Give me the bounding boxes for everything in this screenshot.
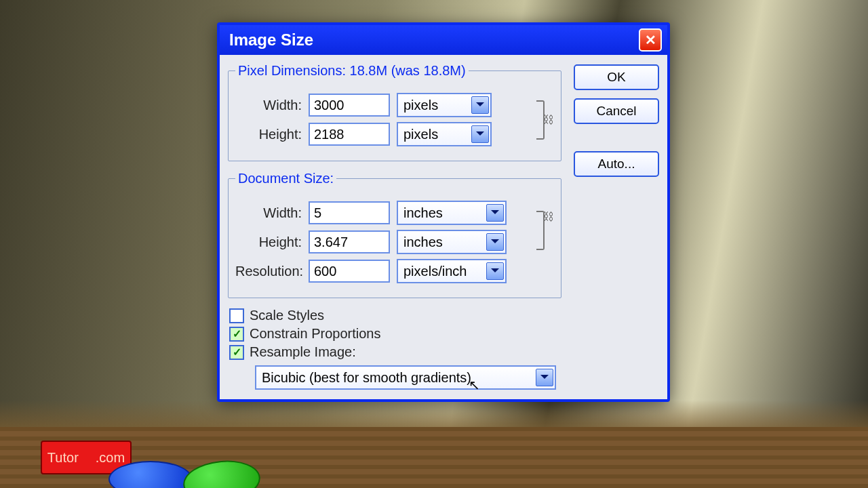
ok-button[interactable]: OK — [574, 64, 659, 90]
scale-styles-check[interactable]: Scale Styles — [229, 308, 561, 323]
px-width-label: Width: — [235, 98, 302, 113]
px-height-unit-combo[interactable]: pixels — [397, 122, 492, 146]
px-link: ⛓ — [536, 88, 554, 151]
checkbox-box — [229, 308, 244, 323]
image-size-dialog: Image Size ✕ Pixel Dimensions: 18.8M (wa… — [217, 22, 670, 402]
constrain-label: Constrain Proportions — [250, 326, 380, 342]
chain-icon: ⛓ — [543, 114, 554, 126]
left-column: Pixel Dimensions: 18.8M (was 18.8M) Widt… — [228, 63, 561, 390]
chevron-down-icon — [536, 369, 553, 386]
chevron-down-icon — [486, 204, 504, 222]
doc-height-unit: inches — [403, 235, 443, 250]
resample-method-combo[interactable]: Bicubic (best for smooth gradients) — [255, 365, 556, 390]
px-width-input[interactable] — [309, 94, 390, 117]
px-width-unit-combo[interactable]: pixels — [397, 93, 492, 117]
scale-styles-label: Scale Styles — [250, 308, 324, 323]
resample-check[interactable]: Resample Image: — [229, 344, 561, 360]
cancel-button[interactable]: Cancel — [574, 98, 659, 124]
px-width-unit: pixels — [403, 98, 438, 113]
dialog-title: Image Size — [229, 30, 313, 49]
dialog-body: Pixel Dimensions: 18.8M (was 18.8M) Widt… — [220, 55, 667, 399]
checkbox-group: Scale Styles Constrain Proportions Resam… — [229, 308, 561, 360]
chevron-down-icon — [471, 125, 489, 143]
auto-button[interactable]: Auto... — [574, 151, 659, 177]
doc-height-unit-combo[interactable]: inches — [397, 230, 507, 254]
resample-method-value: Bicubic (best for smooth gradients) — [262, 370, 471, 386]
chevron-down-icon — [486, 262, 504, 280]
resample-label: Resample Image: — [250, 344, 356, 360]
site-logo: Tutor .com — [41, 441, 132, 474]
pixel-dimensions-legend: Pixel Dimensions: 18.8M (was 18.8M) — [235, 63, 469, 79]
doc-link: ⛓ — [536, 196, 554, 288]
doc-res-label: Resolution: — [235, 264, 302, 279]
chain-icon: ⛓ — [543, 211, 554, 223]
doc-height-input[interactable] — [309, 230, 390, 253]
logo-word-1: Tutor — [47, 450, 79, 466]
document-size-legend: Document Size: — [235, 171, 336, 186]
pixel-dimensions-group: Pixel Dimensions: 18.8M (was 18.8M) Widt… — [228, 63, 561, 161]
chevron-down-icon — [471, 96, 489, 114]
doc-width-label: Width: — [235, 205, 302, 221]
close-icon: ✕ — [645, 32, 656, 48]
doc-height-label: Height: — [235, 235, 302, 250]
checkbox-box — [229, 327, 244, 342]
px-height-input[interactable] — [309, 123, 390, 146]
doc-width-unit: inches — [403, 205, 443, 221]
constrain-check[interactable]: Constrain Proportions — [229, 326, 561, 342]
px-height-unit: pixels — [403, 127, 438, 142]
logo-word-2: .com — [96, 450, 125, 466]
doc-res-unit: pixels/inch — [403, 264, 467, 279]
close-button[interactable]: ✕ — [639, 28, 662, 52]
doc-width-input[interactable] — [309, 201, 390, 224]
document-size-group: Document Size: Width: inches Height — [228, 171, 561, 298]
titlebar[interactable]: Image Size ✕ — [220, 25, 667, 55]
right-button-column: OK Cancel Auto... — [574, 63, 659, 390]
px-height-label: Height: — [235, 127, 302, 142]
doc-width-unit-combo[interactable]: inches — [397, 201, 507, 225]
checkbox-box — [229, 345, 244, 360]
doc-res-unit-combo[interactable]: pixels/inch — [397, 259, 507, 283]
doc-res-input[interactable] — [309, 260, 390, 283]
chevron-down-icon — [486, 233, 504, 251]
